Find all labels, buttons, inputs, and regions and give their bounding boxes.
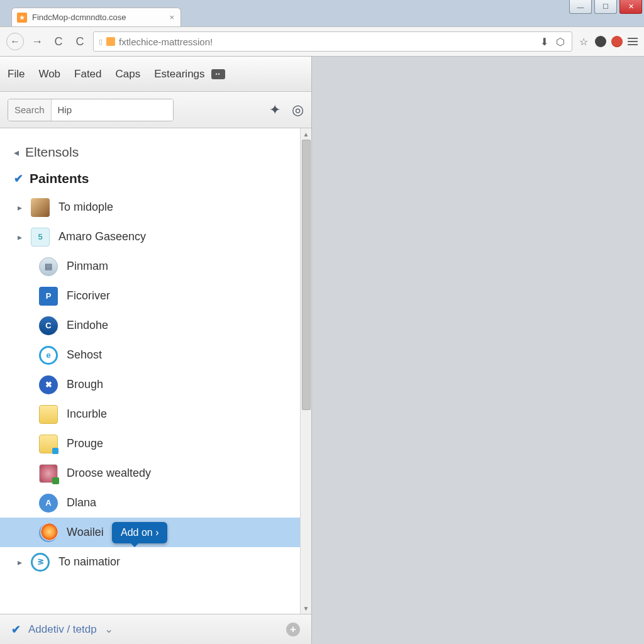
browser-toolbar: ← → C C ▯ fxtlechice-mattression! ⬇ ⬡ ☆ <box>0 26 644 57</box>
item-label: Incurble <box>67 408 107 421</box>
window-close-button[interactable]: ✕ <box>619 0 642 14</box>
tooltip-label: Add on › <box>121 527 158 538</box>
extension-icon[interactable] <box>595 36 606 47</box>
search-label: Search <box>8 99 52 121</box>
window-minimize-button[interactable]: — <box>569 0 592 14</box>
check-icon: ✔ <box>11 623 21 636</box>
item-label: Prouge <box>67 437 103 450</box>
panel-menubar: File Wob Fated Caps Estearings •• <box>0 57 311 92</box>
extension-icon-2[interactable] <box>611 36 623 47</box>
panel-footer: ✔ Addetiv / tetdp ⌄ + <box>0 614 311 644</box>
folder-icon <box>39 405 58 424</box>
section-label: Eltensols <box>25 145 79 160</box>
item-label: Droose wealtedy <box>67 467 151 480</box>
app-icon: C <box>39 316 58 335</box>
app-icon: ▤ <box>39 257 58 276</box>
item-label: Ficoriver <box>67 289 110 303</box>
tree-item[interactable]: e Sehost <box>0 340 311 370</box>
workspace: File Wob Fated Caps Estearings •• Search… <box>0 57 644 644</box>
app-icon: e <box>39 346 58 365</box>
tree-item[interactable]: P Ficoriver <box>0 281 311 311</box>
side-panel: File Wob Fated Caps Estearings •• Search… <box>0 57 312 644</box>
search-box: Search <box>8 99 174 121</box>
item-label: Woailei <box>67 526 104 539</box>
panel-toolbar: Search ✦ ◎ <box>0 92 311 128</box>
reload-button[interactable]: C <box>50 33 67 50</box>
menu-wob[interactable]: Wob <box>38 68 60 80</box>
add-on-tooltip[interactable]: Add on › <box>112 522 167 543</box>
item-label: Amaro Gaseency <box>58 230 146 243</box>
tree-scroll: ◂ Eltensols ✔ Paintents ▸ To midople ▸ 5… <box>0 128 311 614</box>
app-icon: 5 <box>31 228 50 247</box>
item-label: Dlana <box>67 496 96 509</box>
tree-item[interactable]: ▤ Pinmam <box>0 252 311 281</box>
item-label: To naimatior <box>58 555 120 569</box>
gear-icon[interactable]: ◎ <box>292 102 304 118</box>
tree-item[interactable]: A Dlana <box>0 488 311 518</box>
check-icon: ✔ <box>14 172 23 186</box>
chevron-right-icon: ▸ <box>18 203 22 213</box>
forward-button[interactable]: → <box>29 33 45 50</box>
tree-section-paintents[interactable]: ✔ Paintents <box>0 166 311 192</box>
tree-item[interactable]: ✖ Brough <box>0 370 311 399</box>
tree-item[interactable]: Incurble <box>0 399 311 429</box>
item-label: Pinmam <box>67 260 108 273</box>
firefox-icon <box>39 523 58 542</box>
window-maximize-button[interactable]: ☐ <box>594 0 617 14</box>
item-label: Sehost <box>67 348 102 362</box>
chevron-right-icon: ▸ <box>18 557 22 567</box>
item-label: Brough <box>67 378 103 391</box>
app-icon <box>39 464 58 483</box>
item-label: To midople <box>58 201 113 214</box>
app-icon: ᕒ <box>31 553 50 572</box>
footer-label[interactable]: Addetiv / tetdp <box>28 623 97 636</box>
browser-tab-strip: ★ FindcMop-dcmnndto.cose × <box>0 0 644 26</box>
vertical-scrollbar[interactable]: ▲ ▼ <box>300 128 311 614</box>
menu-caps[interactable]: Caps <box>116 68 141 80</box>
tab-favicon-icon: ★ <box>17 13 27 23</box>
tab-title: FindcMop-dcmnndto.cose <box>32 13 126 22</box>
app-icon <box>31 198 50 217</box>
search-input[interactable] <box>52 99 174 121</box>
url-favicon-icon <box>106 37 115 46</box>
page-info-icon: ▯ <box>99 38 103 46</box>
section-label: Paintents <box>30 171 89 186</box>
scroll-up-icon[interactable]: ▲ <box>301 128 311 140</box>
shield-icon[interactable]: ⬡ <box>554 35 567 48</box>
menu-overflow-icon[interactable]: •• <box>211 69 225 79</box>
menu-estearings[interactable]: Estearings <box>154 68 204 80</box>
back-button[interactable]: ← <box>6 33 24 50</box>
url-bar[interactable]: ▯ fxtlechice-mattression! ⬇ ⬡ <box>93 31 572 52</box>
bookmark-star-icon[interactable]: ☆ <box>577 35 590 48</box>
tree: ◂ Eltensols ✔ Paintents ▸ To midople ▸ 5… <box>0 128 311 577</box>
browser-tab[interactable]: ★ FindcMop-dcmnndto.cose × <box>11 8 181 26</box>
hamburger-menu-icon[interactable] <box>628 38 638 45</box>
scroll-thumb[interactable] <box>302 140 311 410</box>
tree-item[interactable]: Droose wealtedy <box>0 458 311 488</box>
scroll-down-icon[interactable]: ▼ <box>301 602 311 614</box>
url-text: fxtlechice-mattression! <box>119 36 213 47</box>
add-button[interactable]: + <box>286 623 300 636</box>
menu-file[interactable]: File <box>8 68 25 80</box>
app-icon: ✖ <box>39 375 58 394</box>
chevron-right-icon: ▸ <box>18 232 22 242</box>
tree-item[interactable]: C Eindohe <box>0 311 311 340</box>
tab-close-icon[interactable]: × <box>169 13 174 22</box>
app-icon: P <box>39 287 58 306</box>
puzzle-icon[interactable]: ✦ <box>269 102 280 118</box>
content-area <box>312 57 644 644</box>
tree-item-selected[interactable]: Woailei Add on › <box>0 518 311 547</box>
chevron-down-icon[interactable]: ⌄ <box>104 623 113 636</box>
folder-icon <box>39 435 58 453</box>
tree-section-extensols[interactable]: ◂ Eltensols <box>0 140 311 166</box>
tree-item[interactable]: ▸ ᕒ To naimatior <box>0 547 311 577</box>
tree-item[interactable]: ▸ 5 Amaro Gaseency <box>0 222 311 252</box>
menu-fated[interactable]: Fated <box>74 68 101 80</box>
download-icon[interactable]: ⬇ <box>538 35 550 48</box>
tree-item[interactable]: Prouge <box>0 429 311 458</box>
tree-item[interactable]: ▸ To midople <box>0 192 311 222</box>
app-icon: A <box>39 494 58 513</box>
window-controls: — ☐ ✕ <box>569 0 642 14</box>
reload-button-2[interactable]: C <box>72 33 88 50</box>
caret-left-icon: ◂ <box>14 147 19 158</box>
